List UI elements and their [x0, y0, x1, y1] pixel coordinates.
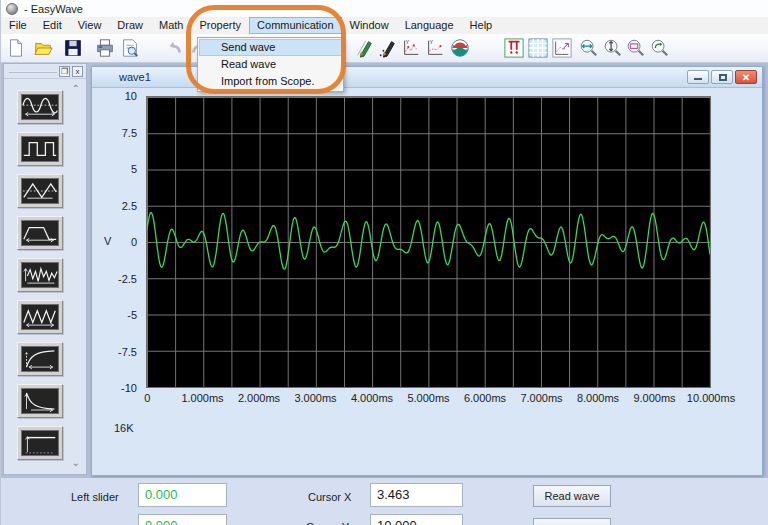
zoom-horizontal-icon[interactable] [577, 37, 599, 59]
y-tick: 5 [131, 163, 137, 175]
y-tick: 7.5 [122, 127, 137, 139]
save-file-icon[interactable] [62, 37, 84, 59]
new-file-icon[interactable] [5, 37, 27, 59]
draw-freehand-pen-icon[interactable] [376, 37, 398, 59]
print-preview-icon[interactable] [119, 37, 141, 59]
menu-item-send-wave[interactable]: Send wave [199, 39, 342, 56]
window-title: - EasyWave [24, 3, 83, 15]
menu-file[interactable]: File [1, 17, 35, 34]
zoom-curve-icon[interactable] [551, 37, 573, 59]
sawtooth-wave-button[interactable] [17, 300, 63, 334]
menu-view[interactable]: View [70, 17, 110, 34]
exp-decay-wave-icon [21, 388, 59, 414]
x-axis-ticks: 0 1.000ms 2.000ms 3.000ms 4.000ms 5.000m… [146, 392, 711, 406]
send-wave-button[interactable] [533, 518, 611, 525]
x-tick: 9.000ms [633, 392, 675, 404]
menu-help[interactable]: Help [462, 17, 501, 34]
menu-window[interactable]: Window [342, 17, 397, 34]
wave-palette: ❐ x ⌃ ⌄ [3, 63, 87, 475]
trapezoid-wave-icon [21, 220, 59, 246]
x-tick: 6.000ms [464, 392, 506, 404]
palette-grip[interactable] [9, 71, 57, 73]
menu-property[interactable]: Property [192, 17, 250, 34]
menu-communication[interactable]: Communication [249, 17, 341, 34]
square-wave-icon [21, 136, 59, 162]
palette-maximize-icon[interactable]: ❐ [59, 66, 70, 77]
dc-wave-icon [21, 430, 59, 456]
bottom-panel: Left slider 0.000 Cursor X 3.463 Read wa… [1, 478, 768, 525]
undo-icon[interactable] [164, 37, 186, 59]
menu-item-read-wave[interactable]: Read wave [199, 56, 342, 73]
y-tick: 10 [125, 90, 137, 102]
draw-line-pen-icon[interactable] [353, 37, 375, 59]
read-wave-button[interactable]: Read wave [533, 485, 611, 507]
triangle-wave-button[interactable] [17, 174, 63, 208]
triangle-wave-icon [21, 178, 59, 204]
y-tick: -10 [121, 382, 137, 394]
menu-draw[interactable]: Draw [109, 17, 151, 34]
svg-text:Y: Y [406, 39, 410, 45]
easywave-app: - EasyWave File Edit View Draw Math Prop… [0, 0, 768, 525]
wave1-window-controls: ✕ [687, 70, 757, 84]
device-icon[interactable] [449, 37, 471, 59]
y-tick: -7.5 [118, 346, 137, 358]
y-tick: -5 [127, 309, 137, 321]
left-slider-input[interactable]: 0.000 [138, 483, 227, 507]
cursor-y-input[interactable]: 10.000 [370, 514, 463, 525]
mdi-workspace: ❐ x ⌃ ⌄ [1, 63, 768, 478]
exp-rise-wave-button[interactable] [17, 342, 63, 376]
open-file-icon[interactable] [32, 37, 54, 59]
sine-wave-button[interactable] [17, 90, 63, 124]
x-tick: 5.000ms [407, 392, 449, 404]
sample-count-label: 16K [114, 422, 134, 434]
print-icon[interactable] [94, 37, 116, 59]
sawtooth-wave-icon [21, 304, 59, 330]
window-titlebar: - EasyWave [1, 0, 768, 17]
x-tick: 10.000ms [687, 392, 735, 404]
toolbar: Y Y [1, 34, 768, 63]
y-axis-ticks: 10 7.5 5 2.5 0 -2.5 -5 -7.5 -10 [92, 96, 142, 388]
x-tick: 4.000ms [351, 392, 393, 404]
right-slider-input[interactable]: 0.000 [138, 514, 227, 525]
exp-rise-wave-icon [21, 346, 59, 372]
palette-buttons [4, 90, 76, 468]
sine-wave-icon [21, 94, 59, 120]
chart-zone: V 10 7.5 5 2.5 0 -2.5 -5 -7.5 -10 [92, 88, 762, 475]
menu-item-import-from-scope[interactable]: Import from Scope. [199, 73, 342, 90]
exp-decay-wave-button[interactable] [17, 384, 63, 418]
wave1-titlebar[interactable]: wave1 ✕ [92, 67, 762, 88]
close-icon[interactable]: ✕ [735, 70, 757, 84]
noise-wave-button[interactable] [17, 258, 63, 292]
wave1-title: wave1 [119, 71, 151, 83]
menu-edit[interactable]: Edit [35, 17, 70, 34]
menu-math[interactable]: Math [151, 17, 191, 34]
x-tick: 8.000ms [577, 392, 619, 404]
palette-titlebar[interactable]: ❐ x [4, 64, 86, 79]
edit-points-x-icon[interactable]: Y [400, 37, 422, 59]
svg-text:Y: Y [430, 39, 434, 45]
minimize-icon[interactable] [687, 70, 709, 84]
zoom-vertical-icon[interactable] [601, 37, 623, 59]
edit-points-y-icon[interactable]: Y [424, 37, 446, 59]
waveform [147, 97, 710, 387]
y-tick: 2.5 [122, 200, 137, 212]
menubar: File Edit View Draw Math Property Commun… [1, 17, 768, 34]
x-tick: 2.000ms [238, 392, 280, 404]
zoom-restore-icon[interactable] [648, 37, 670, 59]
cursor-x-input[interactable]: 3.463 [370, 483, 463, 507]
app-globe-icon [6, 3, 18, 15]
communication-menu-dropdown: Send wave Read wave Import from Scope. [197, 37, 344, 92]
grid-toggle-icon[interactable] [527, 37, 549, 59]
maximize-icon[interactable] [711, 70, 733, 84]
palette-close-icon[interactable]: x [72, 66, 83, 77]
dc-wave-button[interactable] [17, 426, 63, 460]
x-tick: 7.000ms [520, 392, 562, 404]
menu-language[interactable]: Language [397, 17, 462, 34]
y-tick: -2.5 [118, 273, 137, 285]
square-wave-button[interactable] [17, 132, 63, 166]
trapezoid-wave-button[interactable] [17, 216, 63, 250]
x-tick: 1.000ms [181, 392, 223, 404]
waveform-plot[interactable] [146, 96, 711, 388]
markers-toggle-icon[interactable] [503, 37, 525, 59]
zoom-window-icon[interactable] [624, 37, 646, 59]
